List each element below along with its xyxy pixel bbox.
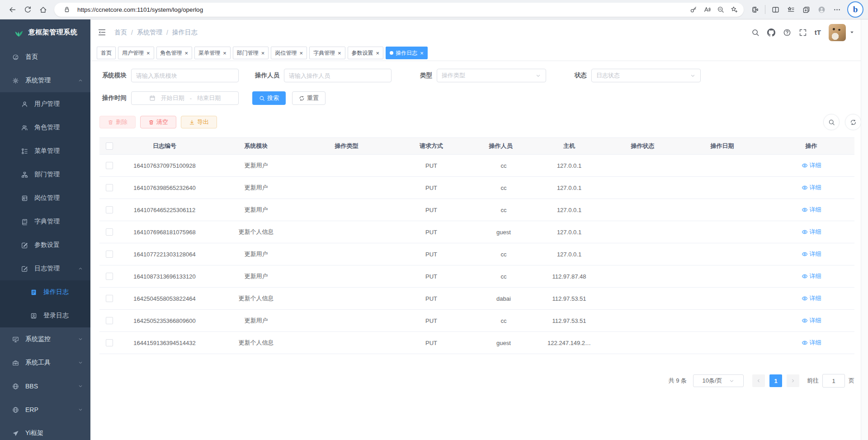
row-checkbox[interactable] — [106, 184, 113, 191]
tab-dept-mgmt[interactable]: 部门管理× — [233, 47, 269, 59]
detail-link[interactable]: 详细 — [802, 206, 821, 214]
row-checkbox[interactable] — [106, 295, 113, 302]
close-icon[interactable]: × — [146, 50, 150, 56]
row-checkbox[interactable] — [106, 273, 113, 280]
tab-oper-log[interactable]: 操作日志× — [386, 47, 428, 59]
user-avatar[interactable] — [829, 24, 846, 41]
detail-link[interactable]: 详细 — [802, 250, 821, 258]
sidebar-item-home[interactable]: 首页 — [0, 45, 90, 69]
sidebar-item-post-mgmt[interactable]: 岗位管理 — [0, 186, 90, 210]
module-input[interactable] — [131, 69, 239, 82]
bing-chat-icon[interactable] — [847, 1, 863, 18]
row-checkbox[interactable] — [106, 228, 113, 236]
close-icon[interactable]: × — [185, 50, 189, 56]
detail-link[interactable]: 详细 — [802, 317, 821, 325]
home-icon[interactable] — [35, 2, 51, 17]
collections-icon[interactable] — [798, 2, 814, 17]
tab-param-settings[interactable]: 参数设置× — [348, 47, 384, 59]
sort-carets-icon[interactable] — [515, 142, 519, 150]
detail-link[interactable]: 详细 — [802, 272, 821, 280]
date-range-input[interactable]: 开始日期 - 结束日期 — [131, 91, 239, 105]
row-checkbox[interactable] — [106, 206, 113, 213]
sidebar-item-system-monitor[interactable]: 系统监控 — [0, 327, 90, 351]
detail-link[interactable]: 详细 — [802, 184, 821, 192]
page-number-1[interactable]: 1 — [769, 374, 782, 387]
goto-page-input[interactable] — [822, 374, 845, 388]
operator-input[interactable] — [284, 69, 392, 82]
close-icon[interactable]: × — [299, 50, 303, 56]
scrollbar[interactable] — [861, 19, 868, 440]
sidebar-item-system-mgmt[interactable]: 系统管理 — [0, 69, 90, 92]
password-key-icon[interactable] — [687, 3, 700, 16]
lock-icon[interactable] — [60, 3, 74, 16]
add-favorite-icon[interactable] — [727, 3, 741, 16]
tab-menu-mgmt[interactable]: 菜单管理× — [194, 47, 231, 59]
sidebar-item-role-mgmt[interactable]: 角色管理 — [0, 116, 90, 139]
zoom-out-icon[interactable] — [714, 3, 727, 16]
sidebar-item-menu-mgmt[interactable]: 菜单管理 — [0, 139, 90, 163]
collapse-menu-icon[interactable] — [98, 28, 106, 37]
column-header[interactable]: 操作人员 — [472, 138, 535, 155]
close-icon[interactable]: × — [376, 50, 380, 56]
sidebar-item-bbs[interactable]: BBS — [0, 374, 90, 398]
fullscreen-icon[interactable] — [799, 28, 807, 37]
tab-role-mgmt[interactable]: 角色管理× — [156, 47, 193, 59]
github-icon[interactable] — [767, 28, 775, 37]
delete-button[interactable]: 删除 — [99, 116, 136, 128]
search-icon[interactable] — [751, 28, 760, 37]
sidebar-item-login-log[interactable]: 登录日志 — [0, 304, 90, 327]
sidebar-item-erp[interactable]: ERP — [0, 398, 90, 421]
split-screen-icon[interactable] — [768, 2, 783, 17]
prev-page-button[interactable] — [752, 374, 765, 387]
refresh-icon[interactable] — [20, 2, 35, 17]
detail-link[interactable]: 详细 — [802, 294, 821, 303]
type-select[interactable]: 操作类型 — [437, 69, 546, 82]
refresh-table-button[interactable] — [845, 114, 861, 130]
browser-profile-icon[interactable] — [814, 2, 829, 17]
column-header[interactable]: 操作日期 — [682, 138, 768, 155]
next-page-button[interactable] — [787, 374, 799, 387]
sidebar-item-dict-mgmt[interactable]: 字典管理 — [0, 210, 90, 233]
tab-dict-mgmt[interactable]: 字典管理× — [309, 47, 345, 59]
page-size-select[interactable]: 10条/页 — [693, 374, 744, 387]
reset-button[interactable]: 重置 — [292, 91, 326, 105]
breadcrumb-home[interactable]: 首页 — [114, 28, 127, 37]
more-options-icon[interactable] — [829, 2, 844, 17]
help-icon[interactable] — [783, 28, 791, 37]
sidebar-item-log-mgmt[interactable]: 日志管理 — [0, 257, 90, 280]
sidebar-item-dept-mgmt[interactable]: 部门管理 — [0, 163, 90, 186]
read-aloud-icon[interactable] — [700, 3, 714, 16]
sidebar-item-system-tools[interactable]: 系统工具 — [0, 351, 90, 374]
detail-link[interactable]: 详细 — [802, 228, 821, 236]
tab-post-mgmt[interactable]: 岗位管理× — [271, 47, 307, 59]
status-select[interactable]: 日志状态 — [591, 69, 701, 82]
address-bar[interactable]: https://ccnetcore.com:1101/system/log/op… — [54, 3, 744, 17]
close-icon[interactable]: × — [338, 50, 341, 56]
select-all-checkbox[interactable] — [106, 142, 113, 150]
row-checkbox[interactable] — [106, 251, 113, 258]
caret-down-icon[interactable] — [849, 30, 854, 35]
row-checkbox[interactable] — [106, 162, 113, 169]
search-toggle-button[interactable] — [823, 114, 840, 130]
sidebar-item-yi-framework[interactable]: Yi框架 — [0, 421, 90, 440]
back-icon[interactable] — [5, 2, 20, 17]
close-icon[interactable]: × — [261, 50, 265, 56]
sort-carets-icon[interactable] — [736, 142, 740, 150]
extensions-icon[interactable] — [747, 2, 763, 17]
sidebar-item-param-settings[interactable]: 参数设置 — [0, 233, 90, 257]
sidebar-item-user-mgmt[interactable]: 用户管理 — [0, 92, 90, 116]
detail-link[interactable]: 详细 — [802, 161, 821, 170]
sidebar-item-oper-log[interactable]: 操作日志 — [0, 280, 90, 304]
close-icon[interactable]: × — [420, 50, 424, 56]
close-icon[interactable]: × — [223, 50, 226, 56]
font-size-icon[interactable]: tT — [815, 28, 821, 36]
tab-user-mgmt[interactable]: 用户管理× — [118, 47, 154, 59]
clear-button[interactable]: 清空 — [140, 116, 176, 128]
detail-link[interactable]: 详细 — [802, 339, 821, 347]
row-checkbox[interactable] — [106, 317, 113, 324]
export-button[interactable]: 导出 — [181, 116, 217, 128]
row-checkbox[interactable] — [106, 339, 113, 346]
tab-home[interactable]: 首页 — [97, 47, 116, 59]
favorites-icon[interactable] — [783, 2, 798, 17]
search-button[interactable]: 搜索 — [252, 91, 286, 105]
